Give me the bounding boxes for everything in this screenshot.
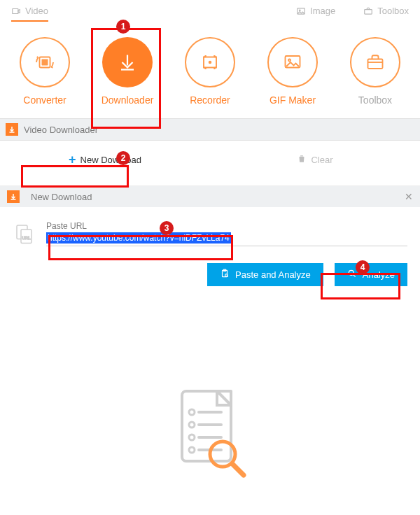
- svg-rect-3: [365, 9, 372, 13]
- svg-point-8: [288, 59, 290, 62]
- panel-header-icon: [6, 123, 18, 136]
- video-icon: [11, 6, 21, 16]
- tool-gifmaker-label: GIF Maker: [259, 94, 326, 106]
- svg-line-27: [232, 464, 244, 475]
- svg-text:URL: URL: [22, 236, 31, 240]
- modal-header-icon: [7, 190, 20, 203]
- svg-point-16: [349, 270, 354, 275]
- svg-point-22: [189, 435, 195, 440]
- paste-analyze-label: Paste and Analyze: [235, 269, 311, 280]
- tool-converter-label: Converter: [11, 94, 78, 106]
- document-search-icon: [168, 384, 252, 482]
- modal-body: URL Paste URL https://www.youtube.com/wa…: [0, 207, 420, 293]
- tool-downloader-label: Downloader: [94, 94, 161, 106]
- tool-converter[interactable]: Converter: [11, 37, 78, 106]
- nav-tab-image[interactable]: Image: [296, 6, 335, 22]
- url-label: Paste URL: [46, 221, 407, 231]
- top-nav: Video Image Toolbox: [0, 0, 420, 22]
- svg-point-24: [189, 447, 195, 453]
- downloader-icon: [102, 37, 153, 87]
- tool-gifmaker[interactable]: GIF Maker: [259, 37, 326, 106]
- tool-recorder-label: Recorder: [176, 94, 244, 106]
- tools-row: Converter Downloader Recorder GI: [0, 22, 420, 118]
- nav-tab-image-label: Image: [310, 6, 335, 16]
- image-icon: [296, 6, 306, 16]
- svg-rect-5: [42, 59, 48, 66]
- svg-point-6: [209, 61, 212, 64]
- tool-downloader[interactable]: Downloader: [94, 37, 161, 106]
- tool-toolbox-label: Toolbox: [342, 94, 409, 106]
- empty-placeholder: [0, 384, 420, 482]
- modal-header: New Download ✕: [0, 186, 420, 207]
- panel-title: Video Downloader: [24, 125, 98, 135]
- url-input[interactable]: https://www.youtube.com/watch?v=nlDFZvLL…: [46, 232, 407, 246]
- tool-toolbox[interactable]: Toolbox: [342, 37, 409, 106]
- nav-tab-toolbox-label: Toolbox: [377, 6, 409, 16]
- clear-button[interactable]: Clear: [210, 146, 420, 173]
- gifmaker-icon: [267, 37, 318, 87]
- search-icon: [347, 269, 357, 281]
- recorder-icon: [185, 37, 235, 87]
- nav-tab-video[interactable]: Video: [11, 6, 48, 22]
- new-download-button[interactable]: + New Download: [0, 146, 210, 173]
- nav-tab-video-label: Video: [25, 6, 48, 16]
- toolbox-icon: [363, 6, 373, 16]
- nav-tab-toolbox[interactable]: Toolbox: [363, 6, 409, 22]
- svg-rect-9: [368, 59, 383, 69]
- analyze-button[interactable]: Analyze: [335, 263, 407, 286]
- svg-point-2: [299, 9, 300, 10]
- tool-recorder[interactable]: Recorder: [176, 37, 244, 106]
- clear-label: Clear: [311, 155, 332, 165]
- paste-icon: [220, 269, 230, 281]
- svg-rect-0: [13, 8, 18, 13]
- converter-icon: [20, 37, 70, 87]
- url-icon: URL: [13, 221, 38, 246]
- svg-point-18: [189, 409, 195, 415]
- close-icon[interactable]: ✕: [405, 191, 413, 202]
- new-download-label: New Download: [80, 155, 141, 165]
- new-download-modal: New Download ✕ URL Paste URL https://www…: [0, 185, 420, 293]
- panel-header: Video Downloader: [0, 118, 420, 141]
- modal-title: New Download: [31, 192, 92, 202]
- toolbox-tool-icon: [350, 37, 400, 87]
- url-value: https://www.youtube.com/watch?v=nlDFZvLL…: [46, 232, 231, 244]
- action-row: + New Download Clear: [0, 141, 420, 178]
- svg-point-20: [189, 422, 195, 428]
- plus-icon: +: [69, 153, 76, 166]
- paste-analyze-button[interactable]: Paste and Analyze: [207, 263, 323, 286]
- analyze-label: Analyze: [363, 269, 395, 280]
- trash-icon: [297, 154, 307, 166]
